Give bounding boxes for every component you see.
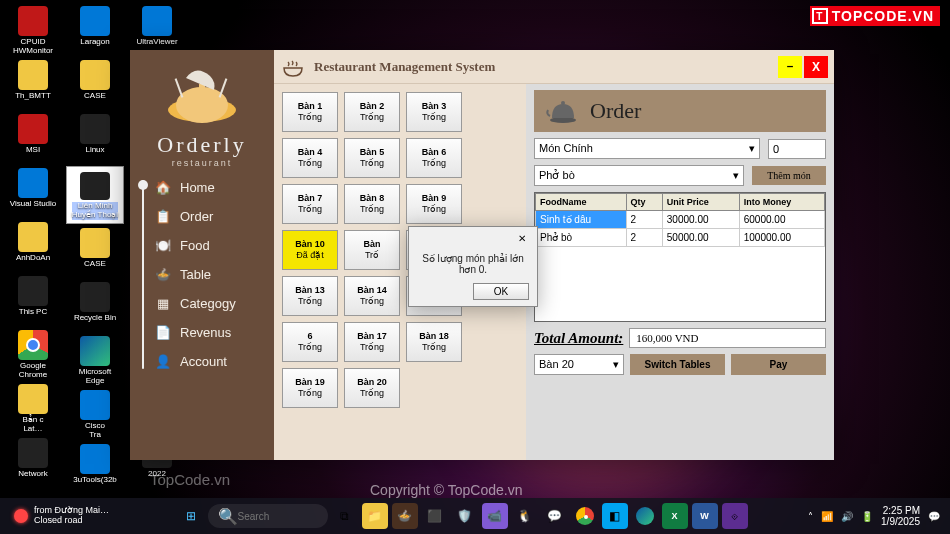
desktop-icon[interactable]: CASE [66, 58, 124, 110]
table-button[interactable]: Bàn 2Trống [344, 92, 400, 132]
table-button[interactable]: Bàn Trố [344, 230, 400, 270]
desktop-icon[interactable]: Bản c Lat… [4, 382, 62, 434]
svg-point-1 [176, 87, 228, 123]
pay-button[interactable]: Pay [731, 354, 826, 375]
total-label: Total Amount: [534, 330, 623, 347]
desktop-icon[interactable]: Visual Studio [4, 166, 62, 218]
quantity-stepper[interactable] [768, 139, 826, 159]
volume-icon[interactable]: 🔊 [841, 511, 853, 522]
desktop-icon[interactable]: Linux [66, 112, 124, 164]
desktop-icon[interactable]: CPUID HWMonitor [4, 4, 62, 56]
desktop-icon[interactable]: AnhDoAn [4, 220, 62, 272]
taskbar-app[interactable]: ⟐ [722, 503, 748, 529]
table-button[interactable]: Bàn 8Trống [344, 184, 400, 224]
switch-tables-button[interactable]: Switch Tables [630, 354, 725, 375]
taskbar-app[interactable] [572, 503, 598, 529]
taskbar-app[interactable]: 🐧 [512, 503, 538, 529]
nav-item-account[interactable]: 👤Account [152, 350, 266, 373]
desktop-icon[interactable]: 3uTools(32b [66, 442, 124, 494]
total-amount-field: 160,000 VND [629, 328, 826, 348]
desktop-icon[interactable]: Laragon [66, 4, 124, 56]
category-select[interactable]: Món Chính ▾ [534, 138, 760, 159]
order-title: Order [590, 98, 641, 124]
table-button[interactable]: Bàn 18Trống [406, 322, 462, 362]
nav-item-revenus[interactable]: 📄Revenus [152, 321, 266, 344]
battery-icon[interactable]: 🔋 [861, 511, 873, 522]
taskbar-app[interactable]: 📁 [362, 503, 388, 529]
task-view-button[interactable]: ⧉ [332, 503, 358, 529]
taskbar-app[interactable] [632, 503, 658, 529]
desktop-icon[interactable]: Liên Minh Huyền Thoại [66, 166, 124, 224]
start-button[interactable]: ⊞ [178, 503, 204, 529]
wifi-icon[interactable]: 📶 [821, 511, 833, 522]
dialog-ok-button[interactable]: OK [473, 283, 529, 300]
add-dish-button[interactable]: Thêm món [752, 166, 826, 185]
home-icon: 🏠 [154, 180, 172, 195]
taskbar-app[interactable]: X [662, 503, 688, 529]
close-button[interactable]: X [804, 56, 828, 78]
nav-item-table[interactable]: 🍲Table [152, 263, 266, 286]
app-logo [152, 60, 252, 130]
desktop-icon[interactable]: MSI [4, 112, 62, 164]
desktop-icon[interactable]: Cisco Tra [66, 388, 124, 440]
column-header[interactable]: FoodName [536, 194, 627, 211]
order-items-table[interactable]: FoodNameQtyUnit PriceInto MoneySinh tố d… [534, 192, 826, 322]
desktop-icon[interactable]: CASE [66, 226, 124, 278]
table-button[interactable]: Bàn 20Trống [344, 368, 400, 408]
watermark-text: TopCode.vn [150, 471, 230, 488]
taskbar-app[interactable]: 📹 [482, 503, 508, 529]
taskbar-app[interactable]: 🛡️ [452, 503, 478, 529]
minimize-button[interactable]: － [778, 56, 802, 78]
taskbar-app[interactable]: 💬 [542, 503, 568, 529]
table-button[interactable]: Bàn 4Trống [282, 138, 338, 178]
desktop-icon[interactable]: Google Chrome [4, 328, 62, 380]
table-button[interactable]: Bàn 5Trống [344, 138, 400, 178]
order-panel: Order Món Chính ▾ Phở bò ▾ Thêm món Food… [526, 84, 834, 460]
column-header[interactable]: Into Money [739, 194, 824, 211]
taskbar-app[interactable]: ◧ [602, 503, 628, 529]
dialog-close-button[interactable]: ✕ [511, 229, 533, 247]
table-button[interactable]: Bàn 17Trống [344, 322, 400, 362]
desktop-icon[interactable]: This PC [4, 274, 62, 326]
table-button[interactable]: Bàn 9Trống [406, 184, 462, 224]
nav-item-categogy[interactable]: ▦Categogy [152, 292, 266, 315]
dish-select[interactable]: Phở bò ▾ [534, 165, 744, 186]
app-title: Restaurant Management System [314, 59, 495, 75]
table-icon: 🍲 [154, 267, 172, 282]
taskbar-clock[interactable]: 2:25 PM1/9/2025 [881, 505, 920, 527]
desktop-icon[interactable]: Recycle Bin [66, 280, 124, 332]
nav-item-food[interactable]: 🍽️Food [152, 234, 266, 257]
table-button[interactable]: Bàn 6Trống [406, 138, 462, 178]
table-button[interactable]: Bàn 13Trống [282, 276, 338, 316]
table-row[interactable]: Phở bò250000.00100000.00 [536, 229, 825, 247]
table-button[interactable]: Bàn 7Trống [282, 184, 338, 224]
desktop-icon[interactable]: Network [4, 436, 62, 488]
taskbar-app[interactable]: W [692, 503, 718, 529]
tray-chevron-icon[interactable]: ˄ [808, 511, 813, 522]
app-titlebar: Restaurant Management System － X [274, 50, 834, 84]
desktop-icon[interactable]: Microsoft Edge [66, 334, 124, 386]
column-header[interactable]: Qty [626, 194, 662, 211]
desktop-icon[interactable]: Th_BMTT [4, 58, 62, 110]
table-button[interactable]: 6Trống [282, 322, 338, 362]
taskbar-app[interactable]: ⬛ [422, 503, 448, 529]
notifications-icon[interactable]: 💬 [928, 511, 940, 522]
taskbar-weather[interactable]: from Đường Mai…Closed road [6, 504, 117, 528]
table-button[interactable]: Bàn 10Đã đặt [282, 230, 338, 270]
table-button[interactable]: Bàn 1Trống [282, 92, 338, 132]
alert-icon [14, 509, 28, 523]
table-button[interactable]: Bàn 14Trống [344, 276, 400, 316]
table-select[interactable]: Bàn 20 ▾ [534, 354, 624, 375]
dialog-message: Số lượng món phải lớn hơn 0. [409, 249, 537, 277]
nav-item-home[interactable]: 🏠Home [152, 176, 266, 199]
column-header[interactable]: Unit Price [662, 194, 739, 211]
categogy-icon: ▦ [154, 296, 172, 311]
table-button[interactable]: Bàn 19Trống [282, 368, 338, 408]
taskbar-search[interactable]: 🔍 [208, 504, 328, 528]
svg-rect-4 [175, 78, 184, 97]
table-row[interactable]: Sinh tố dâu230000.0060000.00 [536, 211, 825, 229]
desktop-icon[interactable]: UltraViewer [128, 4, 186, 56]
taskbar-app[interactable]: 🍲 [392, 503, 418, 529]
table-button[interactable]: Bàn 3Trống [406, 92, 462, 132]
nav-item-order[interactable]: 📋Order [152, 205, 266, 228]
